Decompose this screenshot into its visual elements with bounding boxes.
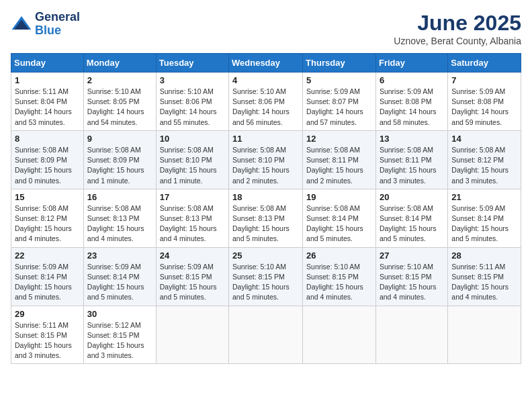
- day-info: Sunrise: 5:11 AMSunset: 8:15 PMDaylight:…: [15, 320, 80, 361]
- calendar-table: SundayMondayTuesdayWednesdayThursdayFrid…: [11, 53, 521, 364]
- logo-icon: [11, 13, 32, 35]
- day-info: Sunrise: 5:08 AMSunset: 8:14 PMDaylight:…: [306, 203, 372, 244]
- calendar-cell: 7Sunrise: 5:09 AMSunset: 8:08 PMDaylight…: [448, 73, 521, 131]
- calendar-cell: 29Sunrise: 5:11 AMSunset: 8:15 PMDayligh…: [11, 306, 84, 364]
- day-info: Sunrise: 5:10 AMSunset: 8:06 PMDaylight:…: [160, 87, 225, 128]
- main-title: June 2025: [394, 11, 521, 36]
- calendar-cell: [375, 306, 447, 364]
- day-info: Sunrise: 5:08 AMSunset: 8:13 PMDaylight:…: [232, 203, 299, 244]
- day-number: 7: [451, 75, 517, 85]
- calendar-cell: 21Sunrise: 5:09 AMSunset: 8:14 PMDayligh…: [448, 189, 521, 247]
- day-info: Sunrise: 5:10 AMSunset: 8:15 PMDaylight:…: [306, 262, 372, 303]
- calendar-cell: 30Sunrise: 5:12 AMSunset: 8:15 PMDayligh…: [83, 306, 156, 364]
- calendar-cell: 22Sunrise: 5:09 AMSunset: 8:14 PMDayligh…: [11, 247, 84, 306]
- day-info: Sunrise: 5:12 AMSunset: 8:15 PMDaylight:…: [87, 320, 152, 361]
- day-number: 21: [451, 192, 517, 202]
- day-info: Sunrise: 5:11 AMSunset: 8:04 PMDaylight:…: [15, 87, 80, 128]
- calendar-cell: 24Sunrise: 5:09 AMSunset: 8:15 PMDayligh…: [156, 247, 228, 306]
- calendar-cell: [229, 306, 303, 364]
- weekday-header-tuesday: Tuesday: [156, 54, 228, 73]
- day-info: Sunrise: 5:10 AMSunset: 8:05 PMDaylight:…: [87, 87, 152, 128]
- day-number: 29: [15, 309, 80, 319]
- day-info: Sunrise: 5:09 AMSunset: 8:08 PMDaylight:…: [380, 87, 444, 128]
- calendar-week-3: 15Sunrise: 5:08 AMSunset: 8:12 PMDayligh…: [11, 189, 521, 247]
- day-info: Sunrise: 5:09 AMSunset: 8:07 PMDaylight:…: [306, 87, 372, 128]
- calendar-cell: 15Sunrise: 5:08 AMSunset: 8:12 PMDayligh…: [11, 189, 84, 247]
- calendar-header: SundayMondayTuesdayWednesdayThursdayFrid…: [11, 54, 521, 73]
- day-info: Sunrise: 5:08 AMSunset: 8:14 PMDaylight:…: [380, 203, 444, 244]
- calendar-cell: 12Sunrise: 5:08 AMSunset: 8:11 PMDayligh…: [303, 130, 376, 189]
- calendar-cell: 28Sunrise: 5:11 AMSunset: 8:15 PMDayligh…: [448, 247, 521, 306]
- day-info: Sunrise: 5:08 AMSunset: 8:09 PMDaylight:…: [15, 145, 80, 186]
- day-number: 18: [232, 192, 299, 202]
- day-number: 8: [15, 134, 80, 144]
- day-number: 27: [380, 250, 444, 261]
- day-info: Sunrise: 5:08 AMSunset: 8:13 PMDaylight:…: [160, 203, 225, 244]
- day-number: 24: [160, 250, 225, 261]
- day-info: Sunrise: 5:10 AMSunset: 8:15 PMDaylight:…: [232, 262, 299, 303]
- calendar-cell: 4Sunrise: 5:10 AMSunset: 8:06 PMDaylight…: [229, 73, 303, 131]
- calendar-cell: 26Sunrise: 5:10 AMSunset: 8:15 PMDayligh…: [303, 247, 376, 306]
- day-info: Sunrise: 5:09 AMSunset: 8:14 PMDaylight:…: [15, 262, 80, 303]
- calendar-cell: 2Sunrise: 5:10 AMSunset: 8:05 PMDaylight…: [83, 73, 156, 131]
- calendar-cell: 3Sunrise: 5:10 AMSunset: 8:06 PMDaylight…: [156, 73, 228, 131]
- calendar-cell: 16Sunrise: 5:08 AMSunset: 8:13 PMDayligh…: [83, 189, 156, 247]
- calendar-cell: 5Sunrise: 5:09 AMSunset: 8:07 PMDaylight…: [303, 73, 376, 131]
- day-info: Sunrise: 5:09 AMSunset: 8:08 PMDaylight:…: [451, 87, 517, 128]
- day-info: Sunrise: 5:08 AMSunset: 8:13 PMDaylight:…: [87, 203, 152, 244]
- title-block: June 2025 Uznove, Berat County, Albania: [394, 11, 521, 46]
- weekday-header-sunday: Sunday: [11, 54, 84, 73]
- day-number: 20: [380, 192, 444, 202]
- calendar-cell: 17Sunrise: 5:08 AMSunset: 8:13 PMDayligh…: [156, 189, 228, 247]
- calendar-week-2: 8Sunrise: 5:08 AMSunset: 8:09 PMDaylight…: [11, 130, 521, 189]
- day-number: 4: [232, 75, 299, 85]
- day-number: 30: [87, 309, 152, 319]
- calendar-cell: 11Sunrise: 5:08 AMSunset: 8:10 PMDayligh…: [229, 130, 303, 189]
- weekday-header-wednesday: Wednesday: [229, 54, 303, 73]
- logo: General Blue: [11, 11, 80, 38]
- day-number: 9: [87, 134, 152, 144]
- day-info: Sunrise: 5:10 AMSunset: 8:15 PMDaylight:…: [380, 262, 444, 303]
- calendar-cell: 25Sunrise: 5:10 AMSunset: 8:15 PMDayligh…: [229, 247, 303, 306]
- day-number: 6: [380, 75, 444, 85]
- day-info: Sunrise: 5:09 AMSunset: 8:15 PMDaylight:…: [160, 262, 225, 303]
- day-number: 1: [15, 75, 80, 85]
- calendar-cell: 13Sunrise: 5:08 AMSunset: 8:11 PMDayligh…: [375, 130, 447, 189]
- day-info: Sunrise: 5:08 AMSunset: 8:11 PMDaylight:…: [306, 145, 372, 186]
- weekday-header-thursday: Thursday: [303, 54, 376, 73]
- calendar-week-1: 1Sunrise: 5:11 AMSunset: 8:04 PMDaylight…: [11, 73, 521, 131]
- calendar-cell: 14Sunrise: 5:08 AMSunset: 8:12 PMDayligh…: [448, 130, 521, 189]
- day-info: Sunrise: 5:08 AMSunset: 8:11 PMDaylight:…: [380, 145, 444, 186]
- day-number: 23: [87, 250, 152, 261]
- day-info: Sunrise: 5:09 AMSunset: 8:14 PMDaylight:…: [87, 262, 152, 303]
- day-info: Sunrise: 5:10 AMSunset: 8:06 PMDaylight:…: [232, 87, 299, 128]
- calendar-week-4: 22Sunrise: 5:09 AMSunset: 8:14 PMDayligh…: [11, 247, 521, 306]
- calendar-cell: [303, 306, 376, 364]
- day-number: 13: [380, 134, 444, 144]
- day-number: 12: [306, 134, 372, 144]
- calendar-cell: 20Sunrise: 5:08 AMSunset: 8:14 PMDayligh…: [375, 189, 447, 247]
- day-number: 5: [306, 75, 372, 85]
- calendar-week-5: 29Sunrise: 5:11 AMSunset: 8:15 PMDayligh…: [11, 306, 521, 364]
- page-header: General Blue June 2025 Uznove, Berat Cou…: [11, 11, 521, 46]
- day-number: 14: [451, 134, 517, 144]
- day-number: 3: [160, 75, 225, 85]
- day-info: Sunrise: 5:08 AMSunset: 8:09 PMDaylight:…: [87, 145, 152, 186]
- weekday-header-friday: Friday: [375, 54, 447, 73]
- day-info: Sunrise: 5:08 AMSunset: 8:12 PMDaylight:…: [15, 203, 80, 244]
- calendar-cell: [448, 306, 521, 364]
- calendar-cell: 1Sunrise: 5:11 AMSunset: 8:04 PMDaylight…: [11, 73, 84, 131]
- day-number: 22: [15, 250, 80, 261]
- day-number: 19: [306, 192, 372, 202]
- calendar-cell: [156, 306, 228, 364]
- day-number: 15: [15, 192, 80, 202]
- day-info: Sunrise: 5:08 AMSunset: 8:12 PMDaylight:…: [451, 145, 517, 186]
- logo-text: General Blue: [35, 11, 80, 38]
- day-number: 16: [87, 192, 152, 202]
- subtitle: Uznove, Berat County, Albania: [394, 36, 521, 46]
- day-number: 17: [160, 192, 225, 202]
- day-info: Sunrise: 5:08 AMSunset: 8:10 PMDaylight:…: [232, 145, 299, 186]
- logo-general: General: [35, 10, 80, 24]
- day-info: Sunrise: 5:09 AMSunset: 8:14 PMDaylight:…: [451, 203, 517, 244]
- calendar-cell: 6Sunrise: 5:09 AMSunset: 8:08 PMDaylight…: [375, 73, 447, 131]
